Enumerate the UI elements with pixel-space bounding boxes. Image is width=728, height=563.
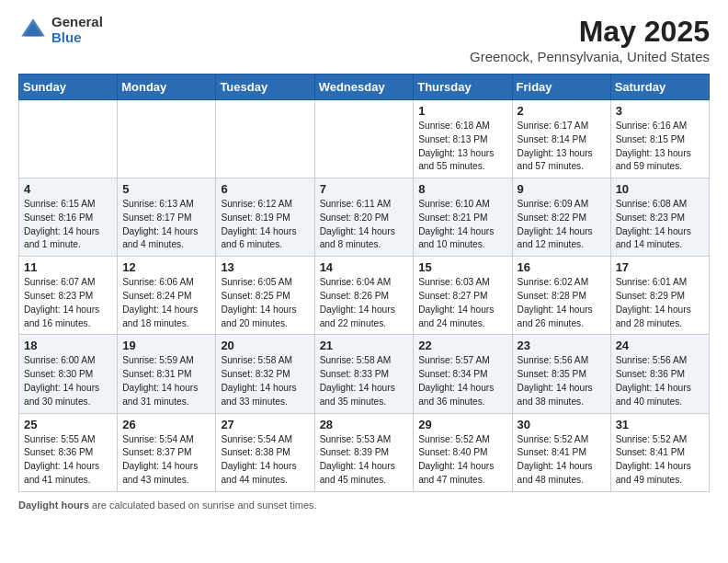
calendar: SundayMondayTuesdayWednesdayThursdayFrid… xyxy=(18,74,710,492)
day-number: 18 xyxy=(24,339,112,352)
day-info: Sunrise: 5:52 AMSunset: 8:41 PMDaylight:… xyxy=(616,433,704,488)
calendar-cell: 1Sunrise: 6:18 AMSunset: 8:13 PMDaylight… xyxy=(414,100,512,178)
location: Greenock, Pennsylvania, United States xyxy=(470,49,710,64)
footer: Daylight hours are calculated based on s… xyxy=(18,500,710,511)
month-year: May 2025 xyxy=(470,15,710,49)
day-info: Sunrise: 6:15 AMSunset: 8:16 PMDaylight:… xyxy=(24,198,112,252)
day-info: Sunrise: 6:13 AMSunset: 8:17 PMDaylight:… xyxy=(122,198,210,252)
calendar-cell: 25Sunrise: 5:55 AMSunset: 8:36 PMDayligh… xyxy=(19,413,118,491)
calendar-cell: 27Sunrise: 5:54 AMSunset: 8:38 PMDayligh… xyxy=(216,413,314,491)
calendar-cell: 18Sunrise: 6:00 AMSunset: 8:30 PMDayligh… xyxy=(19,335,118,413)
day-info: Sunrise: 6:04 AMSunset: 8:26 PMDaylight:… xyxy=(320,276,409,330)
calendar-cell: 9Sunrise: 6:09 AMSunset: 8:22 PMDaylight… xyxy=(512,178,610,257)
day-number: 25 xyxy=(24,418,112,431)
calendar-cell: 13Sunrise: 6:05 AMSunset: 8:25 PMDayligh… xyxy=(216,257,314,335)
day-info: Sunrise: 5:52 AMSunset: 8:41 PMDaylight:… xyxy=(518,433,606,488)
day-info: Sunrise: 5:55 AMSunset: 8:36 PMDaylight:… xyxy=(24,433,112,488)
calendar-cell xyxy=(314,100,414,178)
calendar-cell: 6Sunrise: 6:12 AMSunset: 8:19 PMDaylight… xyxy=(216,178,314,257)
calendar-cell: 7Sunrise: 6:11 AMSunset: 8:20 PMDaylight… xyxy=(314,178,414,257)
day-of-week-header: Monday xyxy=(118,75,216,100)
day-number: 7 xyxy=(320,182,409,196)
day-info: Sunrise: 6:00 AMSunset: 8:30 PMDaylight:… xyxy=(24,354,112,408)
day-number: 20 xyxy=(221,339,309,352)
day-number: 22 xyxy=(418,339,506,352)
day-info: Sunrise: 5:53 AMSunset: 8:39 PMDaylight:… xyxy=(320,433,409,488)
logo-blue-text: Blue xyxy=(51,30,103,46)
day-number: 28 xyxy=(320,418,409,431)
day-number: 26 xyxy=(122,418,210,431)
day-info: Sunrise: 5:56 AMSunset: 8:36 PMDaylight:… xyxy=(616,354,704,408)
day-info: Sunrise: 6:08 AMSunset: 8:23 PMDaylight:… xyxy=(616,198,704,252)
title-area: May 2025 Greenock, Pennsylvania, United … xyxy=(470,15,710,64)
calendar-cell: 15Sunrise: 6:03 AMSunset: 8:27 PMDayligh… xyxy=(414,257,512,335)
day-info: Sunrise: 5:52 AMSunset: 8:40 PMDaylight:… xyxy=(418,433,506,488)
day-number: 3 xyxy=(616,104,704,118)
calendar-cell: 3Sunrise: 6:16 AMSunset: 8:15 PMDaylight… xyxy=(610,100,709,178)
day-info: Sunrise: 6:07 AMSunset: 8:23 PMDaylight:… xyxy=(24,276,112,330)
day-number: 23 xyxy=(518,339,606,352)
day-number: 19 xyxy=(122,339,210,352)
day-info: Sunrise: 5:57 AMSunset: 8:34 PMDaylight:… xyxy=(418,354,506,408)
day-info: Sunrise: 6:12 AMSunset: 8:19 PMDaylight:… xyxy=(221,198,309,252)
day-number: 11 xyxy=(24,260,112,274)
day-of-week-header: Saturday xyxy=(610,75,709,100)
calendar-cell: 10Sunrise: 6:08 AMSunset: 8:23 PMDayligh… xyxy=(610,178,709,257)
calendar-cell: 19Sunrise: 5:59 AMSunset: 8:31 PMDayligh… xyxy=(118,335,216,413)
day-number: 29 xyxy=(418,418,506,431)
day-number: 16 xyxy=(518,260,606,274)
day-number: 21 xyxy=(320,339,409,352)
day-of-week-header: Sunday xyxy=(19,75,118,100)
day-info: Sunrise: 5:58 AMSunset: 8:32 PMDaylight:… xyxy=(221,354,309,408)
footer-text: are calculated based on sunrise and suns… xyxy=(89,500,317,511)
calendar-cell: 23Sunrise: 5:56 AMSunset: 8:35 PMDayligh… xyxy=(512,335,610,413)
day-info: Sunrise: 6:02 AMSunset: 8:28 PMDaylight:… xyxy=(518,276,606,330)
calendar-cell: 30Sunrise: 5:52 AMSunset: 8:41 PMDayligh… xyxy=(512,413,610,491)
calendar-cell: 22Sunrise: 5:57 AMSunset: 8:34 PMDayligh… xyxy=(414,335,512,413)
day-info: Sunrise: 6:11 AMSunset: 8:20 PMDaylight:… xyxy=(320,198,409,252)
day-of-week-header: Tuesday xyxy=(216,75,314,100)
calendar-cell: 11Sunrise: 6:07 AMSunset: 8:23 PMDayligh… xyxy=(19,257,118,335)
header: General Blue May 2025 Greenock, Pennsylv… xyxy=(18,15,710,64)
day-number: 9 xyxy=(518,182,606,196)
calendar-cell: 24Sunrise: 5:56 AMSunset: 8:36 PMDayligh… xyxy=(610,335,709,413)
day-info: Sunrise: 5:56 AMSunset: 8:35 PMDaylight:… xyxy=(518,354,606,408)
calendar-cell: 17Sunrise: 6:01 AMSunset: 8:29 PMDayligh… xyxy=(610,257,709,335)
day-number: 24 xyxy=(616,339,704,352)
day-number: 31 xyxy=(616,418,704,431)
calendar-cell: 2Sunrise: 6:17 AMSunset: 8:14 PMDaylight… xyxy=(512,100,610,178)
day-of-week-header: Friday xyxy=(512,75,610,100)
day-number: 15 xyxy=(418,260,506,274)
day-number: 14 xyxy=(320,260,409,274)
day-number: 4 xyxy=(24,182,112,196)
calendar-cell: 5Sunrise: 6:13 AMSunset: 8:17 PMDaylight… xyxy=(118,178,216,257)
day-info: Sunrise: 6:06 AMSunset: 8:24 PMDaylight:… xyxy=(122,276,210,330)
calendar-cell: 28Sunrise: 5:53 AMSunset: 8:39 PMDayligh… xyxy=(314,413,414,491)
day-info: Sunrise: 6:09 AMSunset: 8:22 PMDaylight:… xyxy=(518,198,606,252)
day-number: 8 xyxy=(418,182,506,196)
calendar-cell xyxy=(216,100,314,178)
calendar-cell: 8Sunrise: 6:10 AMSunset: 8:21 PMDaylight… xyxy=(414,178,512,257)
calendar-cell: 20Sunrise: 5:58 AMSunset: 8:32 PMDayligh… xyxy=(216,335,314,413)
day-info: Sunrise: 5:58 AMSunset: 8:33 PMDaylight:… xyxy=(320,354,409,408)
calendar-cell: 29Sunrise: 5:52 AMSunset: 8:40 PMDayligh… xyxy=(414,413,512,491)
day-info: Sunrise: 6:10 AMSunset: 8:21 PMDaylight:… xyxy=(418,198,506,252)
footer-label: Daylight hours xyxy=(18,500,89,511)
day-number: 17 xyxy=(616,260,704,274)
logo-icon xyxy=(18,16,48,45)
calendar-cell: 12Sunrise: 6:06 AMSunset: 8:24 PMDayligh… xyxy=(118,257,216,335)
calendar-cell: 4Sunrise: 6:15 AMSunset: 8:16 PMDaylight… xyxy=(19,178,118,257)
day-number: 10 xyxy=(616,182,704,196)
day-number: 27 xyxy=(221,418,309,431)
day-of-week-header: Thursday xyxy=(414,75,512,100)
day-number: 2 xyxy=(518,104,606,118)
calendar-cell xyxy=(19,100,118,178)
day-number: 13 xyxy=(221,260,309,274)
calendar-cell xyxy=(118,100,216,178)
day-number: 12 xyxy=(122,260,210,274)
calendar-cell: 16Sunrise: 6:02 AMSunset: 8:28 PMDayligh… xyxy=(512,257,610,335)
calendar-cell: 31Sunrise: 5:52 AMSunset: 8:41 PMDayligh… xyxy=(610,413,709,491)
day-number: 5 xyxy=(122,182,210,196)
day-of-week-header: Wednesday xyxy=(314,75,414,100)
day-info: Sunrise: 6:03 AMSunset: 8:27 PMDaylight:… xyxy=(418,276,506,330)
